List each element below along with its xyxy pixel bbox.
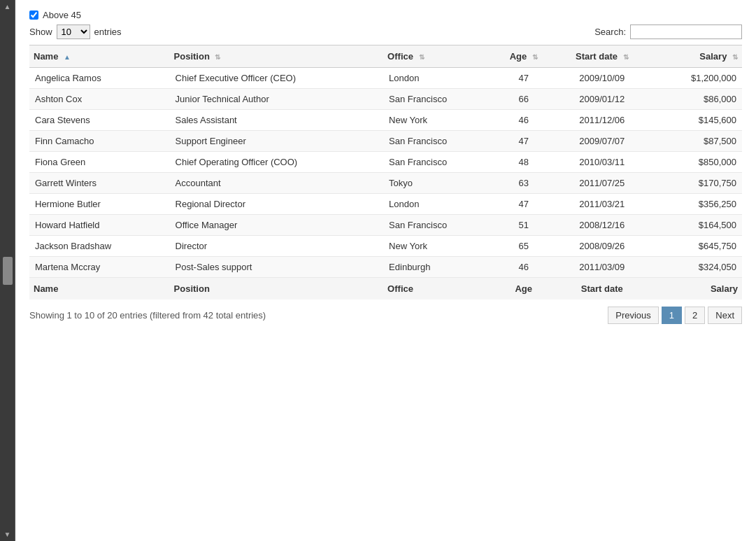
cell-name: Ashton Cox bbox=[29, 89, 170, 110]
scroll-thumb[interactable] bbox=[3, 257, 13, 285]
cell-position: Support Engineer bbox=[170, 131, 384, 152]
footer-row: Showing 1 to 10 of 20 entries (filtered … bbox=[29, 307, 742, 324]
cell-position: Office Manager bbox=[170, 215, 384, 236]
cell-name: Martena Mccray bbox=[29, 257, 170, 278]
cell-startdate: 2009/07/07 bbox=[553, 131, 651, 152]
sort-icon-position bbox=[215, 53, 220, 61]
search-box: Search: bbox=[594, 24, 742, 39]
cell-age: 48 bbox=[494, 152, 553, 173]
table-row: Angelica Ramos Chief Executive Officer (… bbox=[29, 68, 742, 89]
page-2-button[interactable]: 2 bbox=[685, 307, 705, 324]
page-1-button[interactable]: 1 bbox=[662, 307, 682, 324]
scroll-down-arrow[interactable]: ▼ bbox=[4, 531, 11, 538]
cell-position: Director bbox=[170, 236, 384, 257]
sort-icon-age bbox=[532, 53, 538, 61]
cell-position: Accountant bbox=[170, 173, 384, 194]
cell-startdate: 2011/03/09 bbox=[553, 257, 651, 278]
above45-row: Above 45 bbox=[29, 10, 742, 20]
pagination: Previous 1 2 Next bbox=[608, 307, 742, 324]
cell-age: 51 bbox=[494, 215, 553, 236]
col-header-office[interactable]: Office bbox=[383, 45, 494, 68]
show-label: Show bbox=[29, 27, 52, 37]
col-header-age[interactable]: Age bbox=[494, 45, 553, 68]
sort-icon-startdate bbox=[623, 53, 629, 61]
table-row: Ashton Cox Junior Technical Author San F… bbox=[29, 89, 742, 110]
cell-salary: $645,750 bbox=[651, 236, 742, 257]
cell-salary: $170,750 bbox=[651, 173, 742, 194]
entries-select[interactable]: 10 25 50 100 bbox=[57, 24, 90, 39]
cell-position: Post-Sales support bbox=[170, 257, 384, 278]
cell-age: 65 bbox=[494, 236, 553, 257]
cell-startdate: 2011/03/21 bbox=[553, 194, 651, 215]
cell-name: Finn Camacho bbox=[29, 131, 170, 152]
cell-salary: $850,000 bbox=[651, 152, 742, 173]
table-body: Angelica Ramos Chief Executive Officer (… bbox=[29, 68, 742, 278]
col-header-name[interactable]: Name bbox=[29, 45, 170, 68]
table-row: Howard Hatfield Office Manager San Franc… bbox=[29, 215, 742, 236]
cell-age: 63 bbox=[494, 173, 553, 194]
sort-icon-name bbox=[64, 53, 71, 61]
cell-name: Fiona Green bbox=[29, 152, 170, 173]
cell-startdate: 2009/10/09 bbox=[553, 68, 651, 89]
col-footer-salary: Salary bbox=[651, 278, 742, 300]
cell-name: Jackson Bradshaw bbox=[29, 236, 170, 257]
above45-checkbox[interactable] bbox=[29, 10, 38, 20]
cell-office: London bbox=[383, 194, 494, 215]
cell-startdate: 2010/03/11 bbox=[553, 152, 651, 173]
cell-office: San Francisco bbox=[383, 215, 494, 236]
cell-name: Garrett Winters bbox=[29, 173, 170, 194]
table-header-row: Name Position Office Age Start date Sala… bbox=[29, 45, 742, 68]
main-content: Above 45 Show 10 25 50 100 entries Searc… bbox=[15, 0, 756, 541]
show-entries: Show 10 25 50 100 entries bbox=[29, 24, 122, 39]
cell-office: San Francisco bbox=[383, 152, 494, 173]
cell-office: San Francisco bbox=[383, 131, 494, 152]
table-footer-row: Name Position Office Age Start date Sala… bbox=[29, 278, 742, 300]
cell-office: Edinburgh bbox=[383, 257, 494, 278]
cell-age: 46 bbox=[494, 110, 553, 131]
cell-startdate: 2011/07/25 bbox=[553, 173, 651, 194]
table-row: Hermione Butler Regional Director London… bbox=[29, 194, 742, 215]
cell-name: Angelica Ramos bbox=[29, 68, 170, 89]
cell-position: Junior Technical Author bbox=[170, 89, 384, 110]
col-footer-position: Position bbox=[170, 278, 384, 300]
sort-icon-salary bbox=[732, 53, 738, 61]
showing-text: Showing 1 to 10 of 20 entries (filtered … bbox=[29, 310, 266, 321]
cell-age: 46 bbox=[494, 257, 553, 278]
above45-label: Above 45 bbox=[43, 10, 81, 20]
cell-age: 47 bbox=[494, 68, 553, 89]
cell-office: New York bbox=[383, 110, 494, 131]
cell-salary: $324,050 bbox=[651, 257, 742, 278]
cell-name: Hermione Butler bbox=[29, 194, 170, 215]
table-row: Finn Camacho Support Engineer San Franci… bbox=[29, 131, 742, 152]
search-input[interactable] bbox=[630, 24, 742, 39]
table-row: Jackson Bradshaw Director New York 65 20… bbox=[29, 236, 742, 257]
cell-office: Tokyo bbox=[383, 173, 494, 194]
col-header-salary[interactable]: Salary bbox=[651, 45, 742, 68]
cell-position: Chief Executive Officer (CEO) bbox=[170, 68, 384, 89]
col-header-position[interactable]: Position bbox=[170, 45, 384, 68]
col-footer-startdate: Start date bbox=[553, 278, 651, 300]
cell-salary: $356,250 bbox=[651, 194, 742, 215]
cell-salary: $87,500 bbox=[651, 131, 742, 152]
col-footer-office: Office bbox=[383, 278, 494, 300]
cell-salary: $164,500 bbox=[651, 215, 742, 236]
previous-button[interactable]: Previous bbox=[608, 307, 659, 324]
sort-icon-office bbox=[419, 53, 425, 61]
cell-age: 47 bbox=[494, 131, 553, 152]
col-header-startdate[interactable]: Start date bbox=[553, 45, 651, 68]
col-footer-age: Age bbox=[494, 278, 553, 300]
col-footer-name: Name bbox=[29, 278, 170, 300]
cell-position: Regional Director bbox=[170, 194, 384, 215]
cell-position: Chief Operating Officer (COO) bbox=[170, 152, 384, 173]
cell-startdate: 2008/09/26 bbox=[553, 236, 651, 257]
next-button[interactable]: Next bbox=[708, 307, 742, 324]
cell-startdate: 2011/12/06 bbox=[553, 110, 651, 131]
cell-startdate: 2008/12/16 bbox=[553, 215, 651, 236]
cell-office: San Francisco bbox=[383, 89, 494, 110]
scrollbar[interactable]: ▲ ▼ bbox=[0, 0, 15, 541]
cell-position: Sales Assistant bbox=[170, 110, 384, 131]
scroll-up-arrow[interactable]: ▲ bbox=[4, 3, 11, 10]
cell-name: Cara Stevens bbox=[29, 110, 170, 131]
table-row: Fiona Green Chief Operating Officer (COO… bbox=[29, 152, 742, 173]
cell-salary: $145,600 bbox=[651, 110, 742, 131]
